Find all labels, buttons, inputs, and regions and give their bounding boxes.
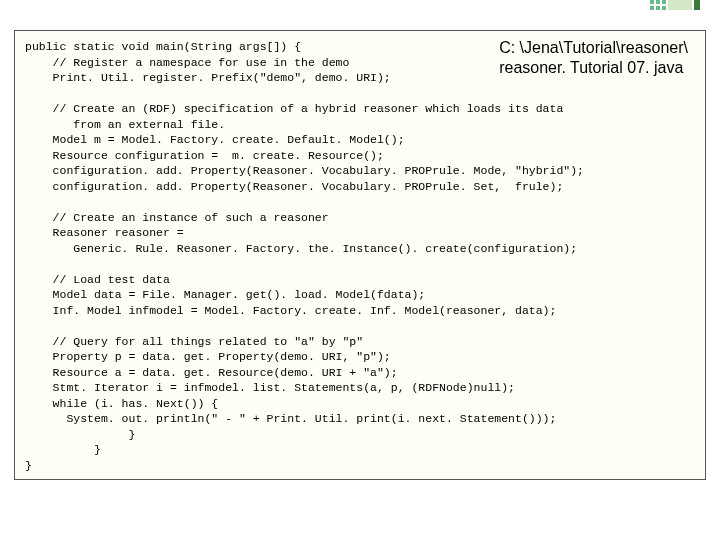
file-path-line2: reasoner. Tutorial 07. java xyxy=(499,58,688,78)
decor-bar-dark xyxy=(694,0,700,10)
file-path-label: C: \Jena\Tutorial\reasoner\ reasoner. Tu… xyxy=(497,38,690,78)
slide-decoration xyxy=(650,0,700,10)
file-path-line1: C: \Jena\Tutorial\reasoner\ xyxy=(499,38,688,58)
dot-grid xyxy=(650,0,666,10)
code-block: public static void main(String args[]) {… xyxy=(14,30,706,480)
decor-bar-light xyxy=(668,0,692,10)
